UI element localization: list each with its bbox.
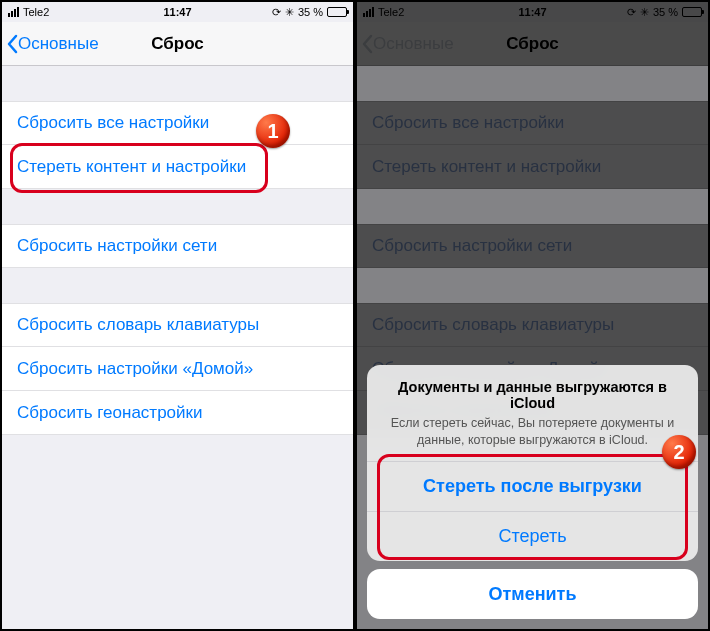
status-time: 11:47 [2,6,353,18]
reset-location-settings[interactable]: Сбросить геонастройки [2,391,353,435]
cell-label: Сбросить настройки сети [17,236,217,256]
action-sheet-header: Документы и данные выгружаются в iCloud … [367,365,698,461]
button-label: Отменить [489,584,577,605]
reset-network-settings[interactable]: Сбросить настройки сети [2,224,353,268]
settings-group-2: Сбросить настройки сети [2,224,353,268]
action-sheet: Документы и данные выгружаются в iCloud … [367,365,698,619]
cell-label: Сбросить все настройки [17,113,209,133]
erase-content-settings[interactable]: Стереть контент и настройки [2,145,353,189]
settings-group-3: Сбросить словарь клавиатуры Сбросить нас… [2,303,353,435]
erase-after-upload-button[interactable]: Стереть после выгрузки [367,461,698,511]
battery-icon [327,7,347,17]
cell-label: Сбросить геонастройки [17,403,203,423]
cell-label: Стереть контент и настройки [17,157,246,177]
erase-now-button[interactable]: Стереть [367,511,698,561]
settings-group-1: Сбросить все настройки Стереть контент и… [2,101,353,189]
nav-bar: Основные Сброс [2,22,353,66]
phone-left: Tele2 11:47 ⟳ ✳ 35 % Основные Сброс Сбро… [2,2,353,629]
action-sheet-message: Если стереть сейчас, Вы потеряете докуме… [385,415,680,449]
status-bar: Tele2 11:47 ⟳ ✳ 35 % [2,2,353,22]
cell-label: Сбросить настройки «Домой» [17,359,253,379]
reset-all-settings[interactable]: Сбросить все настройки [2,101,353,145]
button-label: Стереть [498,526,566,547]
action-sheet-title: Документы и данные выгружаются в iCloud [385,379,680,411]
cancel-button[interactable]: Отменить [367,569,698,619]
reset-home-layout[interactable]: Сбросить настройки «Домой» [2,347,353,391]
phone-right: Tele2 11:47 ⟳ ✳ 35 % Основные Сброс Сбро… [357,2,708,629]
reset-keyboard-dictionary[interactable]: Сбросить словарь клавиатуры [2,303,353,347]
nav-title: Сброс [2,34,353,54]
button-label: Стереть после выгрузки [423,476,642,497]
cell-label: Сбросить словарь клавиатуры [17,315,259,335]
action-sheet-main: Документы и данные выгружаются в iCloud … [367,365,698,561]
